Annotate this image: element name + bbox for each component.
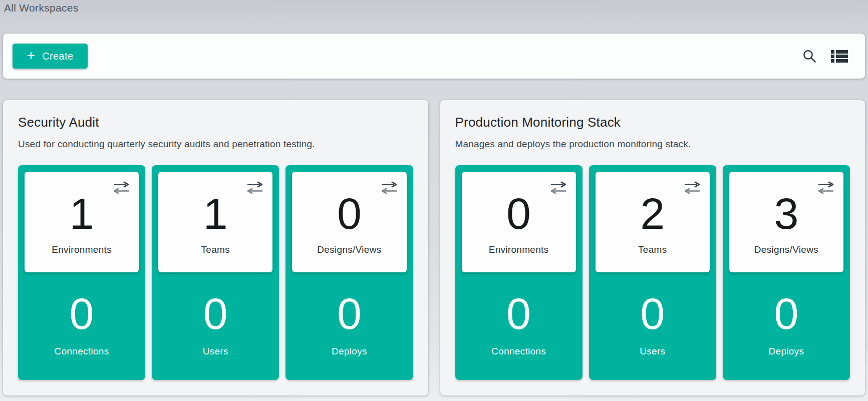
stat-value: 2 bbox=[640, 192, 665, 236]
stat-tile-top[interactable]: 2 Teams bbox=[596, 172, 710, 272]
workspace-name: Production Monitoring Stack bbox=[455, 114, 850, 130]
create-button-label: Create bbox=[42, 51, 73, 62]
stat-value: 0 bbox=[506, 292, 531, 336]
workspace-stat-tile[interactable]: 2 Teams 0 Users bbox=[589, 165, 716, 380]
transfer-arrows-icon[interactable] bbox=[113, 181, 130, 196]
workspace-stat-tile[interactable]: 1 Environments 0 Connections bbox=[18, 165, 145, 380]
stat-label: Users bbox=[203, 346, 228, 357]
transfer-arrows-icon[interactable] bbox=[550, 181, 567, 196]
tile-row: 1 Environments 0 Connections 1 Teams 0 U… bbox=[18, 165, 413, 380]
workspace-stat-tile[interactable]: 1 Teams 0 Users bbox=[152, 165, 279, 380]
workspace-stat-tile[interactable]: 0 Designs/Views 0 Deploys bbox=[285, 165, 413, 380]
stat-value: 1 bbox=[203, 192, 228, 236]
transfer-arrows-icon[interactable] bbox=[246, 181, 263, 196]
stat-tile-bottom[interactable]: 0 Users bbox=[589, 272, 716, 380]
stat-label: Connections bbox=[55, 346, 109, 357]
stat-label: Designs/Views bbox=[317, 244, 381, 255]
stat-label: Environments bbox=[52, 244, 112, 255]
stat-value: 0 bbox=[70, 292, 94, 336]
stat-tile-top[interactable]: 0 Environments bbox=[462, 172, 576, 272]
stat-label: Environments bbox=[489, 244, 549, 255]
stat-tile-bottom[interactable]: 0 Deploys bbox=[285, 272, 413, 380]
stat-tile-top[interactable]: 3 Designs/Views bbox=[729, 172, 843, 272]
transfer-arrows-icon[interactable] bbox=[684, 181, 701, 196]
create-workspace-button[interactable]: + Create bbox=[13, 44, 88, 69]
stat-value: 3 bbox=[774, 192, 798, 236]
transfer-arrows-icon[interactable] bbox=[817, 181, 834, 196]
toolbar-icon-group bbox=[802, 49, 848, 64]
workspace-grid: Security Audit Used for conducting quart… bbox=[3, 100, 865, 395]
stat-value: 0 bbox=[774, 292, 798, 336]
stat-label: Teams bbox=[638, 244, 667, 255]
transfer-arrows-icon[interactable] bbox=[381, 181, 398, 196]
workspaces-page: All Workspaces + Create bbox=[0, 0, 868, 401]
page-title: All Workspaces bbox=[3, 1, 865, 14]
stat-tile-bottom[interactable]: 0 Users bbox=[152, 272, 279, 380]
stat-tile-bottom[interactable]: 0 Deploys bbox=[723, 272, 850, 380]
stat-value: 0 bbox=[203, 292, 228, 336]
workspace-description: Manages and deploys the production monit… bbox=[455, 138, 850, 150]
stat-value: 0 bbox=[337, 292, 362, 336]
view-list-icon[interactable] bbox=[831, 50, 848, 63]
workspace-card: Production Monitoring Stack Manages and … bbox=[440, 100, 865, 395]
stat-label: Designs/Views bbox=[754, 244, 818, 255]
stat-tile-bottom[interactable]: 0 Connections bbox=[18, 272, 145, 380]
stat-tile-top[interactable]: 1 Environments bbox=[25, 172, 139, 272]
stat-tile-bottom[interactable]: 0 Connections bbox=[455, 272, 583, 380]
stat-label: Deploys bbox=[769, 346, 804, 357]
stat-value: 0 bbox=[506, 192, 531, 236]
search-icon[interactable] bbox=[802, 49, 817, 64]
stat-tile-top[interactable]: 1 Teams bbox=[158, 172, 272, 272]
stat-value: 1 bbox=[70, 192, 94, 236]
workspace-card: Security Audit Used for conducting quart… bbox=[3, 100, 428, 395]
stat-value: 0 bbox=[337, 192, 362, 236]
stat-tile-top[interactable]: 0 Designs/Views bbox=[292, 172, 406, 272]
workspace-name: Security Audit bbox=[18, 114, 413, 130]
stat-label: Users bbox=[640, 346, 665, 357]
toolbar: + Create bbox=[3, 34, 865, 79]
stat-value: 0 bbox=[640, 292, 665, 336]
stat-label: Connections bbox=[491, 346, 546, 357]
stat-label: Deploys bbox=[332, 346, 367, 357]
plus-icon: + bbox=[27, 49, 35, 63]
tile-row: 0 Environments 0 Connections 2 Teams 0 U… bbox=[455, 165, 850, 380]
workspace-stat-tile[interactable]: 3 Designs/Views 0 Deploys bbox=[723, 165, 850, 380]
workspace-description: Used for conducting quarterly security a… bbox=[18, 138, 413, 150]
stat-label: Teams bbox=[201, 244, 230, 255]
workspace-stat-tile[interactable]: 0 Environments 0 Connections bbox=[455, 165, 583, 380]
